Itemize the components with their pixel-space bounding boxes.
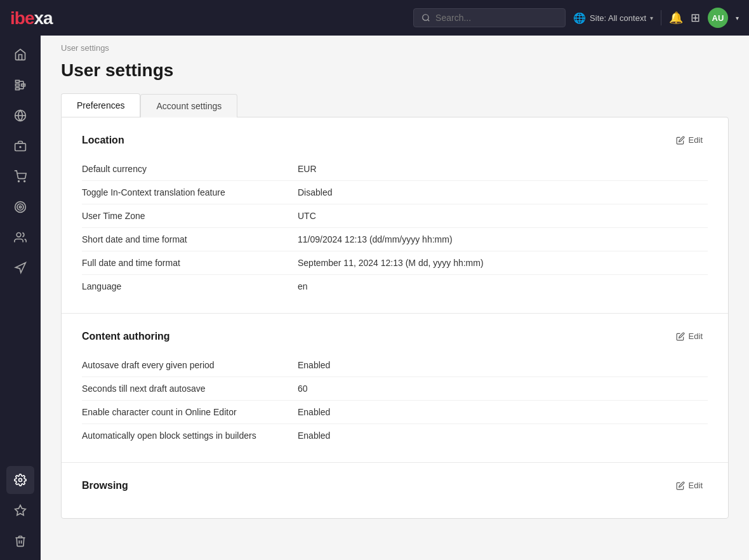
table-row: Language en xyxy=(82,274,708,298)
location-settings-table: Default currency EUR Toggle In-Context t… xyxy=(82,157,708,298)
edit-icon xyxy=(676,481,685,490)
table-row: Toggle In-Context translation feature Di… xyxy=(82,180,708,204)
trash-icon xyxy=(14,535,27,547)
logo-letter-a: a xyxy=(43,8,53,28)
edit-location-button[interactable]: Edit xyxy=(671,133,708,147)
site-context-button[interactable]: 🌐 Site: All context ▾ xyxy=(573,12,653,24)
search-bar[interactable] xyxy=(413,8,566,27)
edit-icon xyxy=(676,332,685,341)
section-location-title: Location xyxy=(82,135,124,146)
content-authoring-settings-table: Autosave draft every given period Enable… xyxy=(82,354,708,447)
section-content-authoring-header: Content authoring Edit xyxy=(82,329,708,343)
chevron-down-icon: ▾ xyxy=(650,15,653,22)
sidebar-item-users[interactable] xyxy=(6,223,34,251)
section-browsing-title: Browsing xyxy=(82,480,128,491)
sidebar-item-products[interactable] xyxy=(6,132,34,160)
section-location-header: Location Edit xyxy=(82,133,708,147)
svg-point-18 xyxy=(19,206,21,208)
table-row: Full date and time format September 11, … xyxy=(82,251,708,274)
content-area: User settings User settings Preferences … xyxy=(41,36,749,560)
edit-icon xyxy=(676,136,685,145)
table-row: Enable character count in Online Editor … xyxy=(82,400,708,423)
sidebar-item-favorites[interactable] xyxy=(6,497,34,524)
globe-icon: 🌐 xyxy=(573,12,586,24)
table-row: Automatically open block settings in bui… xyxy=(82,423,708,447)
section-content-authoring-title: Content authoring xyxy=(82,331,170,342)
section-content-authoring: Content authoring Edit Autosave draft ev… xyxy=(62,313,728,462)
svg-point-15 xyxy=(24,181,25,182)
sidebar-item-marketing[interactable] xyxy=(6,254,34,282)
section-browsing: Browsing Edit xyxy=(62,462,728,518)
world-icon xyxy=(14,109,27,122)
table-row: User Time Zone UTC xyxy=(82,204,708,227)
section-location: Location Edit Default currency EUR Toggl… xyxy=(62,117,728,313)
home-icon xyxy=(14,48,27,61)
gear-icon xyxy=(14,474,27,486)
tab-preferences[interactable]: Preferences xyxy=(61,93,140,117)
sidebar-item-trash[interactable] xyxy=(6,527,34,555)
avatar-chevron-icon[interactable]: ▾ xyxy=(736,15,739,22)
svg-point-20 xyxy=(19,479,22,482)
main-card: Location Edit Default currency EUR Toggl… xyxy=(61,117,729,519)
navbar-divider xyxy=(661,10,661,25)
svg-rect-3 xyxy=(16,88,20,90)
logo-letter-e: e xyxy=(25,8,34,28)
tabs-container: Preferences Account settings xyxy=(41,93,749,117)
edit-content-authoring-button[interactable]: Edit xyxy=(671,329,708,343)
page-title: User settings xyxy=(41,53,749,93)
user-avatar[interactable]: AU xyxy=(708,8,728,28)
sidebar-item-content-tree[interactable] xyxy=(6,71,34,99)
logo-letter-x: x xyxy=(34,8,43,28)
svg-marker-21 xyxy=(15,505,26,516)
svg-point-0 xyxy=(423,15,428,20)
sidebar-item-home[interactable] xyxy=(6,41,34,69)
logo[interactable]: ibexa xyxy=(10,8,48,27)
content-tree-icon xyxy=(14,79,27,91)
search-input[interactable] xyxy=(435,13,557,23)
targeting-icon xyxy=(14,201,27,213)
breadcrumb: User settings xyxy=(41,36,749,53)
table-row: Seconds till next draft autosave 60 xyxy=(82,377,708,400)
table-row: Short date and time format 11/09/2024 12… xyxy=(82,227,708,251)
sidebar-item-settings[interactable] xyxy=(6,466,34,494)
logo-letter-i: i xyxy=(10,8,15,28)
svg-rect-1 xyxy=(16,81,20,83)
logo-letter-b: b xyxy=(15,8,25,28)
search-icon xyxy=(421,13,430,22)
svg-point-16 xyxy=(15,202,26,213)
cart-icon xyxy=(14,170,27,183)
star-icon xyxy=(14,504,27,517)
table-row: Autosave draft every given period Enable… xyxy=(82,354,708,377)
products-icon xyxy=(14,140,27,152)
grid-apps-icon[interactable]: ⊞ xyxy=(691,11,700,25)
svg-point-17 xyxy=(17,204,23,210)
svg-point-14 xyxy=(18,181,20,182)
sidebar-item-shop[interactable] xyxy=(6,163,34,190)
svg-point-19 xyxy=(17,233,21,237)
table-row: Default currency EUR xyxy=(82,157,708,180)
users-icon xyxy=(14,231,27,244)
sidebar xyxy=(0,36,41,560)
navbar: ibexa 🌐 Site: All context ▾ 🔔 ⊞ AU ▾ xyxy=(0,0,749,36)
site-context-label: Site: All context xyxy=(590,13,646,23)
notification-bell-icon[interactable]: 🔔 xyxy=(669,11,683,25)
section-browsing-header: Browsing Edit xyxy=(82,478,708,493)
tab-account-settings[interactable]: Account settings xyxy=(140,94,237,117)
sidebar-item-globe[interactable] xyxy=(6,102,34,130)
main-layout: User settings User settings Preferences … xyxy=(0,36,749,560)
sidebar-item-targeting[interactable] xyxy=(6,193,34,221)
megaphone-icon xyxy=(14,262,27,274)
svg-rect-2 xyxy=(16,84,20,86)
edit-browsing-button[interactable]: Edit xyxy=(671,478,708,493)
navbar-right: 🌐 Site: All context ▾ 🔔 ⊞ AU ▾ xyxy=(573,8,739,28)
